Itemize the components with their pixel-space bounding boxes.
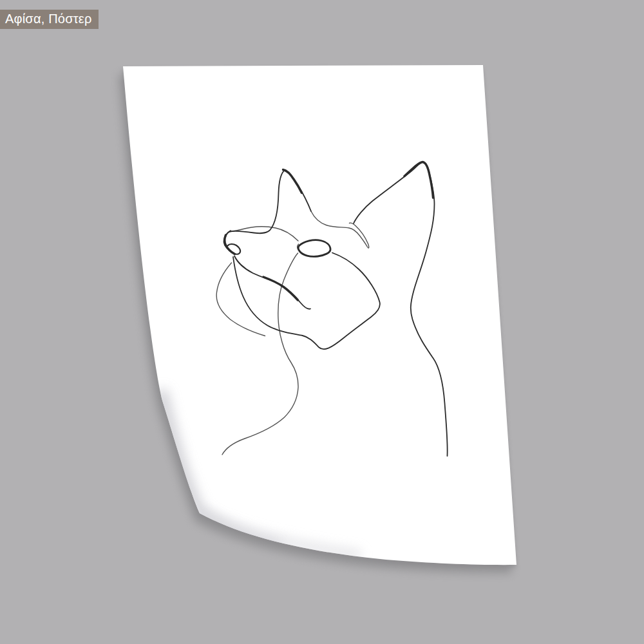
poster-paper: [123, 65, 516, 565]
category-badge: Αφίσα, Πόστερ: [0, 10, 99, 29]
category-badge-label: Αφίσα, Πόστερ: [5, 12, 91, 26]
poster-mockup: [0, 0, 644, 644]
page-background: Αφίσα, Πόστερ: [0, 0, 644, 644]
